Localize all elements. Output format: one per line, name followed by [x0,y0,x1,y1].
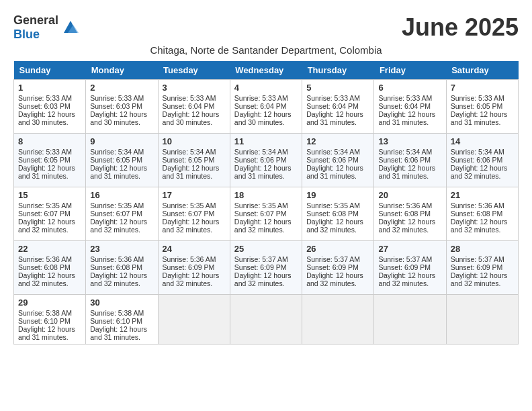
calendar-cell: 17Sunrise: 5:35 AMSunset: 6:07 PMDayligh… [158,187,230,241]
sunset-text: Sunset: 6:07 PM [234,210,287,218]
sunset-text: Sunset: 6:06 PM [234,156,287,164]
daylight-text: Daylight: 12 hours and 31 minutes. [90,164,147,180]
calendar-cell [374,295,446,345]
day-number: 5 [306,83,369,93]
daylight-text: Daylight: 12 hours and 31 minutes. [451,110,508,126]
calendar-cell: 10Sunrise: 5:34 AMSunset: 6:05 PMDayligh… [158,134,230,187]
sunset-text: Sunset: 6:04 PM [234,102,287,110]
page-header: General Blue June 2025 [13,13,519,42]
calendar-cell: 22Sunrise: 5:36 AMSunset: 6:08 PMDayligh… [14,241,86,295]
sunset-text: Sunset: 6:08 PM [90,263,142,271]
calendar-cell: 24Sunrise: 5:36 AMSunset: 6:09 PMDayligh… [158,241,230,295]
sunset-text: Sunset: 6:03 PM [18,102,71,110]
day-number: 16 [90,190,153,200]
daylight-text: Daylight: 12 hours and 31 minutes. [306,164,363,180]
sunrise-text: Sunrise: 5:33 AM [234,94,288,102]
calendar-cell: 30Sunrise: 5:38 AMSunset: 6:10 PMDayligh… [86,295,158,345]
logo-text: General Blue [13,13,58,42]
day-number: 17 [163,190,226,200]
sunrise-text: Sunrise: 5:37 AM [306,255,360,263]
sunrise-text: Sunrise: 5:38 AM [90,309,144,317]
day-number: 1 [18,83,81,93]
calendar-cell: 16Sunrise: 5:35 AMSunset: 6:07 PMDayligh… [86,187,158,241]
daylight-text: Daylight: 12 hours and 32 minutes. [163,271,220,287]
sunset-text: Sunset: 6:04 PM [306,102,359,110]
day-number: 22 [18,244,81,254]
day-number: 4 [234,83,298,93]
calendar-table: SundayMondayTuesdayWednesdayThursdayFrid… [13,61,519,345]
sunset-text: Sunset: 6:04 PM [378,102,431,110]
month-year-title: June 2025 [402,13,519,42]
sunrise-text: Sunrise: 5:33 AM [451,94,504,102]
day-number: 12 [306,136,369,146]
calendar-cell [230,295,302,345]
sunrise-text: Sunrise: 5:37 AM [378,255,432,263]
calendar-week-2: 8Sunrise: 5:33 AMSunset: 6:05 PMDaylight… [14,134,519,187]
calendar-cell: 26Sunrise: 5:37 AMSunset: 6:09 PMDayligh… [302,241,374,295]
sunrise-text: Sunrise: 5:36 AM [378,201,432,210]
day-number: 6 [378,83,441,93]
calendar-cell: 14Sunrise: 5:34 AMSunset: 6:06 PMDayligh… [446,134,518,187]
sunrise-text: Sunrise: 5:35 AM [234,201,288,210]
day-number: 10 [163,136,226,146]
calendar-cell: 29Sunrise: 5:38 AMSunset: 6:10 PMDayligh… [14,295,86,345]
day-number: 11 [234,136,298,146]
daylight-text: Daylight: 12 hours and 31 minutes. [90,325,147,341]
daylight-text: Daylight: 12 hours and 32 minutes. [378,271,435,287]
sunrise-text: Sunrise: 5:33 AM [18,94,72,102]
weekday-header-thursday: Thursday [302,61,374,80]
calendar-cell: 4Sunrise: 5:33 AMSunset: 6:04 PMDaylight… [230,80,302,134]
day-number: 18 [234,190,298,200]
daylight-text: Daylight: 12 hours and 30 minutes. [90,110,147,126]
sunrise-text: Sunrise: 5:36 AM [18,255,72,263]
calendar-cell [446,295,518,345]
day-number: 7 [451,83,514,93]
day-number: 3 [163,83,226,93]
calendar-cell: 20Sunrise: 5:36 AMSunset: 6:08 PMDayligh… [374,187,446,241]
calendar-cell: 9Sunrise: 5:34 AMSunset: 6:05 PMDaylight… [86,134,158,187]
sunrise-text: Sunrise: 5:37 AM [451,255,504,263]
weekday-header-sunday: Sunday [14,61,86,80]
daylight-text: Daylight: 12 hours and 30 minutes. [234,110,292,126]
daylight-text: Daylight: 12 hours and 32 minutes. [306,218,363,234]
calendar-cell: 7Sunrise: 5:33 AMSunset: 6:05 PMDaylight… [446,80,518,134]
daylight-text: Daylight: 12 hours and 32 minutes. [306,271,363,287]
day-number: 19 [306,190,369,200]
weekday-header-saturday: Saturday [446,61,518,80]
sunset-text: Sunset: 6:07 PM [163,210,215,218]
weekday-header-wednesday: Wednesday [230,61,302,80]
sunrise-text: Sunrise: 5:35 AM [163,201,216,210]
location-subtitle: Chitaga, Norte de Santander Department, … [13,44,519,56]
daylight-text: Daylight: 12 hours and 30 minutes. [163,110,220,126]
day-number: 8 [18,136,81,146]
calendar-week-5: 29Sunrise: 5:38 AMSunset: 6:10 PMDayligh… [14,295,519,345]
daylight-text: Daylight: 12 hours and 31 minutes. [306,110,363,126]
daylight-text: Daylight: 12 hours and 32 minutes. [451,271,508,287]
calendar-cell: 12Sunrise: 5:34 AMSunset: 6:06 PMDayligh… [302,134,374,187]
calendar-cell [158,295,230,345]
weekday-header-friday: Friday [374,61,446,80]
daylight-text: Daylight: 12 hours and 30 minutes. [18,110,75,126]
calendar-cell: 11Sunrise: 5:34 AMSunset: 6:06 PMDayligh… [230,134,302,187]
sunset-text: Sunset: 6:09 PM [451,263,503,271]
sunset-text: Sunset: 6:07 PM [90,210,142,218]
sunrise-text: Sunrise: 5:34 AM [163,148,216,156]
day-number: 15 [18,190,81,200]
daylight-text: Daylight: 12 hours and 31 minutes. [18,164,75,180]
sunset-text: Sunset: 6:06 PM [378,156,431,164]
sunrise-text: Sunrise: 5:33 AM [163,94,216,102]
calendar-cell: 19Sunrise: 5:35 AMSunset: 6:08 PMDayligh… [302,187,374,241]
calendar-week-3: 15Sunrise: 5:35 AMSunset: 6:07 PMDayligh… [14,187,519,241]
daylight-text: Daylight: 12 hours and 31 minutes. [163,164,220,180]
daylight-text: Daylight: 12 hours and 32 minutes. [451,164,508,180]
sunrise-text: Sunrise: 5:36 AM [90,255,144,263]
calendar-cell: 8Sunrise: 5:33 AMSunset: 6:05 PMDaylight… [14,134,86,187]
sunrise-text: Sunrise: 5:35 AM [18,201,72,210]
day-number: 14 [451,136,514,146]
daylight-text: Daylight: 12 hours and 31 minutes. [18,325,75,341]
day-number: 24 [163,244,226,254]
sunrise-text: Sunrise: 5:33 AM [378,94,432,102]
day-number: 25 [234,244,298,254]
sunset-text: Sunset: 6:08 PM [378,210,431,218]
day-number: 27 [378,244,441,254]
